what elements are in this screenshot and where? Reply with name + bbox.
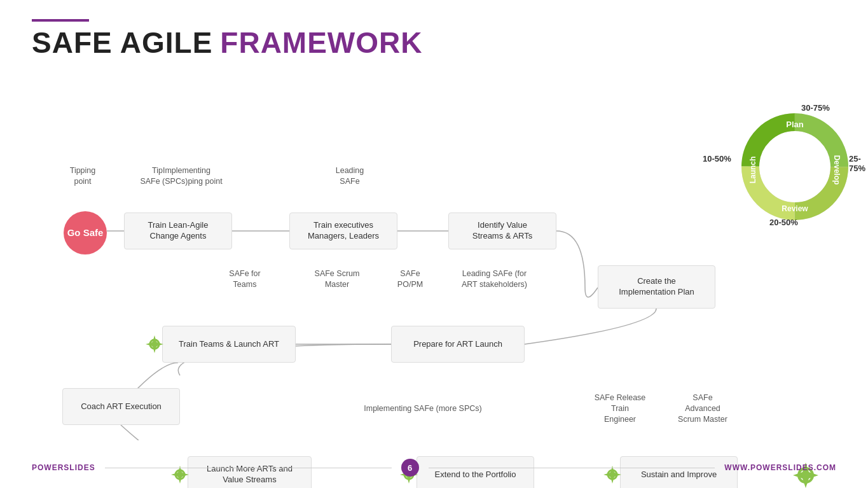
box-identify-value-streams: Identify ValueStreams & ARTs	[448, 213, 556, 249]
star-icon-train-teams	[143, 333, 166, 356]
accent-line	[32, 19, 89, 22]
box-coach-art-execution: Coach ART Execution	[62, 388, 180, 425]
label-leading-safe: LeadingSAFe	[318, 165, 382, 187]
page: SAFE AGILE FRAMEWORK	[0, 0, 868, 488]
label-safe-asm: SAFeAdvancedScrum Master	[668, 393, 738, 425]
box-train-lean-agile: Train Lean-AgileChange Agents	[124, 213, 232, 249]
svg-text:Develop: Develop	[832, 155, 841, 185]
box-create-implementation-plan: Create theImplementation Plan	[598, 265, 715, 309]
donut-pct-top: 30-75%	[801, 103, 830, 113]
footer-line-left	[105, 468, 392, 468]
footer-brand-left: POWERSLIDES	[32, 463, 95, 472]
donut-pct-left: 10-50%	[703, 154, 731, 164]
connector-svg	[32, 71, 836, 440]
donut-pct-bottom: 20-50%	[769, 218, 798, 227]
label-leading-art-stakeholders: Leading SAFe (forART stakeholders)	[448, 268, 541, 290]
svg-point-27	[760, 132, 830, 202]
box-train-teams-launch-art: Train Teams & Launch ART	[162, 326, 296, 363]
title-safe: SAFE AGILE	[32, 25, 212, 60]
go-safe-label: Go Safe	[67, 227, 104, 239]
label-safe-rte: SAFe ReleaseTrainEngineer	[588, 393, 652, 425]
footer: POWERSLIDES 6 WWW.POWERSLIDES.COM	[0, 459, 868, 477]
diagram: Go Safe Tippingpoint TipImplementingSAFe…	[32, 71, 836, 440]
footer-brand-right: WWW.POWERSLIDES.COM	[724, 463, 836, 472]
label-implementing: TipImplementingSAFe (SPCs)ping point	[137, 165, 226, 187]
svg-text:Review: Review	[782, 204, 808, 213]
footer-line-right	[429, 468, 715, 468]
footer-page-number: 6	[401, 459, 419, 477]
svg-text:Plan: Plan	[786, 120, 804, 129]
donut-pct-right: 25-75%	[849, 154, 868, 173]
label-safe-scrum-master: SAFe ScrumMaster	[308, 268, 366, 290]
box-prepare-art-launch: Prepare for ART Launch	[391, 326, 525, 363]
label-safe-for-teams: SAFe forTeams	[216, 268, 273, 290]
go-safe-button[interactable]: Go Safe	[64, 211, 107, 254]
title-framework: FRAMEWORK	[220, 25, 422, 60]
title-container: SAFE AGILE FRAMEWORK	[32, 25, 836, 60]
svg-text:Launch: Launch	[748, 157, 757, 184]
donut-chart-area: Plan Develop Review Launch 30-75% 25-75%…	[731, 103, 868, 243]
label-tipping-point: Tippingpoint	[57, 165, 108, 187]
svg-marker-8	[146, 335, 163, 353]
label-implementing-more-spcs: Implementing SAFe (more SPCs)	[356, 403, 490, 414]
label-safe-popm: SAFePO/PM	[388, 268, 432, 290]
box-train-executives: Train executivesManagers, Leaders	[289, 213, 397, 249]
